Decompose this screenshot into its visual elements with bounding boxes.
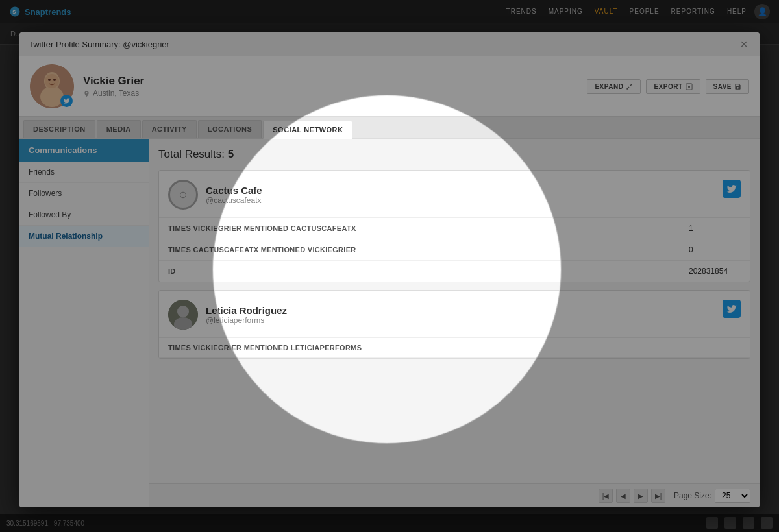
card-handle-cactus-cafe: @cactuscafeatx [206,196,262,205]
card-stats-leticia: TIMES VICKIEGRIER MENTIONED LETICIAPERFO… [159,338,750,358]
sidebar-item-mutual-relationship[interactable]: Mutual Relationship [19,226,149,247]
profile-name: Vickie Grier [83,75,587,88]
results-area: Total Results: 5 ○ Cactus Cafe @cactusca… [149,139,760,483]
modal: Twitter Profile Summary: @vickiegrier × [19,32,760,507]
page-prev-button[interactable]: ◀ [616,489,630,503]
card-info-cactus-cafe: Cactus Cafe @cactuscafeatx [206,185,262,205]
stat-label-leticia-1: TIMES VICKIEGRIER MENTIONED LETICIAPERFO… [168,344,689,352]
card-avatar-cactus-cafe: ○ [168,180,198,210]
svg-point-10 [177,306,189,317]
nav-trends[interactable]: TRENDS [506,8,537,16]
stat-label-2: TIMES CACTUSCAFEATX MENTIONED VICKIEGRIE… [168,246,689,254]
bottom-tool-2[interactable] [724,517,736,529]
nav-reporting[interactable]: REPORTING [671,8,715,16]
bottom-bar: 30.315169591, -97.735400 [0,514,779,532]
modal-close-button[interactable]: × [737,38,750,51]
page-size-label: Page Size: [674,491,711,500]
tab-description[interactable]: DESCRIPTION [23,120,95,138]
stat-row-1: TIMES VICKIEGRIER MENTIONED CACTUSCAFEAT… [159,218,750,239]
sidebar-item-followers[interactable]: Followers [19,183,149,204]
sidebar-header: Communications [19,139,149,162]
profile-actions: EXPAND EXPORT SAVE [587,79,749,94]
svg-point-4 [40,86,64,107]
stat-value-3: 202831854 [689,267,741,276]
save-button[interactable]: SAVE [706,79,750,94]
stat-row-2: TIMES CACTUSCAFEATX MENTIONED VICKIEGRIE… [159,239,750,261]
user-avatar-nav[interactable]: 👤 [754,4,770,19]
stat-row-leticia-1: TIMES VICKIEGRIER MENTIONED LETICIAPERFO… [159,338,750,358]
card-info-leticia: Leticia Rodriguez @leticiaperforms [206,305,287,325]
sidebar: Communications Friends Followers Followe… [19,139,149,507]
app-logo: S Snaptrends [9,6,71,18]
results-total: Total Results: 5 [158,148,750,161]
stat-value-1: 1 [689,224,741,233]
expand-button[interactable]: EXPAND [587,79,641,94]
card-twitter-icon-leticia[interactable] [723,300,741,318]
sidebar-item-followed-by[interactable]: Followed By [19,204,149,226]
result-card-leticia: Leticia Rodriguez @leticiaperforms TIMES… [158,290,750,359]
nav-items: TRENDS MAPPING VAULT PEOPLE REPORTING HE… [506,8,747,16]
card-avatar-leticia [168,300,198,330]
profile-header: Vickie Grier Austin, Texas EXPAND EXPORT… [19,56,760,117]
bottom-tool-3[interactable] [743,517,754,529]
stat-value-2: 0 [689,245,741,254]
card-profile-cactus-cafe: ○ Cactus Cafe @cactuscafeatx [159,171,750,218]
result-card-cactus-cafe: ○ Cactus Cafe @cactuscafeatx TIMES VICKI… [158,170,750,282]
sidebar-item-friends[interactable]: Friends [19,162,149,183]
svg-point-7 [53,79,56,81]
results-section: Total Results: 5 ○ Cactus Cafe @cactusca… [149,139,760,507]
card-twitter-icon-cactus-cafe[interactable] [723,180,741,198]
tabs-container: DESCRIPTION MEDIA ACTIVITY LOCATIONS SOC… [19,117,760,139]
page-first-button[interactable]: |◀ [599,489,613,503]
content-area: Communications Friends Followers Followe… [19,139,760,507]
svg-text:S: S [12,9,16,15]
top-nav-bar: S Snaptrends TRENDS MAPPING VAULT PEOPLE… [0,0,779,23]
card-name-leticia: Leticia Rodriguez [206,305,287,316]
nav-mapping[interactable]: MAPPING [549,8,583,16]
profile-location: Austin, Texas [83,89,587,98]
card-profile-leticia: Leticia Rodriguez @leticiaperforms [159,291,750,338]
svg-point-5 [45,74,59,88]
export-button[interactable]: EXPORT [646,79,700,94]
nav-vault[interactable]: VAULT [595,8,618,16]
nav-help[interactable]: HELP [727,8,747,16]
bottom-tool-4[interactable] [761,517,773,529]
tab-locations[interactable]: LOCATIONS [198,120,262,138]
coords-display: 30.315169591, -97.735400 [6,520,84,527]
modal-title: Twitter Profile Summary: @vickiegrier [29,40,169,49]
bottom-tool-1[interactable] [706,517,718,529]
svg-point-6 [48,79,51,81]
modal-header: Twitter Profile Summary: @vickiegrier × [19,32,760,56]
avatar-container [30,64,74,108]
stat-label-1: TIMES VICKIEGRIER MENTIONED CACTUSCAFEAT… [168,224,689,232]
tab-social-network[interactable]: SOCIAL NETWORK [263,121,352,139]
tab-media[interactable]: MEDIA [97,120,141,138]
stat-row-3: ID 202831854 [159,261,750,282]
app-name: Snaptrends [25,7,71,17]
card-name-cactus-cafe: Cactus Cafe [206,185,262,196]
twitter-badge [60,95,73,107]
tab-activity[interactable]: ACTIVITY [142,120,197,138]
page-last-button[interactable]: ▶| [651,489,665,503]
profile-info: Vickie Grier Austin, Texas [83,75,587,98]
stat-label-3: ID [168,267,689,275]
card-handle-leticia: @leticiaperforms [206,316,287,325]
nav-people[interactable]: PEOPLE [630,8,660,16]
page-size-select[interactable]: 10 25 50 100 [715,489,750,503]
pagination-footer: |◀ ◀ ▶ ▶| Page Size: 10 25 50 100 [149,483,760,507]
page-next-button[interactable]: ▶ [634,489,648,503]
card-stats-cactus-cafe: TIMES VICKIEGRIER MENTIONED CACTUSCAFEAT… [159,218,750,282]
